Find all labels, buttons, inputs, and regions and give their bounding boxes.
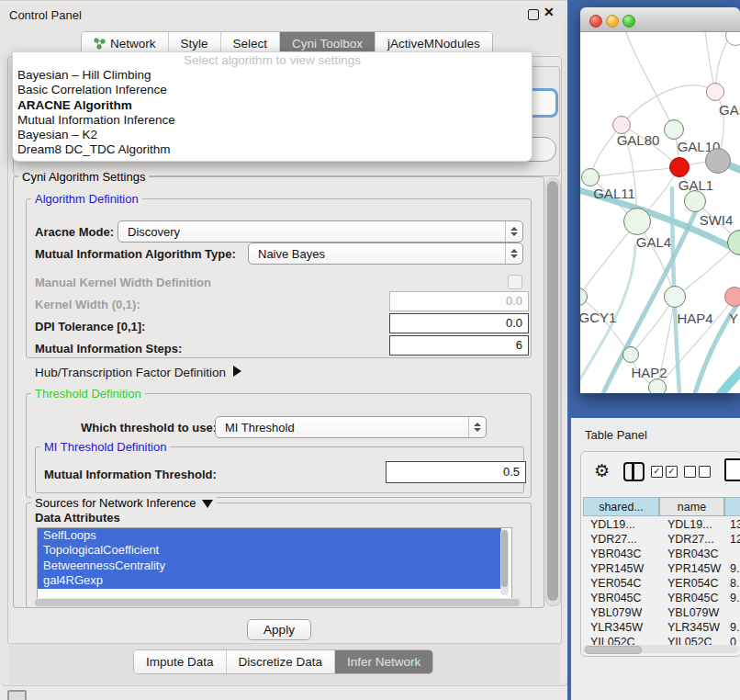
algorithm-option-bayesian-k2[interactable]: Bayesian – K2 (13, 128, 532, 142)
table-row-ypr145w[interactable]: YPR145WYPR145W9. (583, 561, 740, 576)
network-node-gal10[interactable] (664, 119, 684, 140)
algorithm-option-aracne-algorithm[interactable]: ARACNE Algorithm (13, 98, 532, 113)
data-attribute-topologicalcoefficient[interactable]: TopologicalCoefficient (38, 543, 501, 558)
mi-threshold-input[interactable]: 0.5 (386, 461, 526, 483)
tab-label: jActiveMNodules (387, 37, 480, 51)
network-node-hap2[interactable] (622, 346, 639, 363)
mi-threshold-label: Mutual Information Threshold: (44, 468, 217, 481)
aracne-mode-label: Aracne Mode: (35, 225, 114, 239)
cell-c2: YBR045C (667, 591, 719, 605)
node-label-hap4: HAP4 (677, 310, 712, 326)
node-label-gal11: GAL11 (593, 186, 635, 201)
network-node-gal4[interactable] (623, 208, 651, 235)
table-row-ydr27[interactable]: YDR27...YDR27...12 (583, 532, 740, 547)
split-view-icon[interactable] (623, 462, 645, 481)
file-icon[interactable] (724, 458, 740, 481)
table-row-ybr045c[interactable]: YBR045CYBR045C9. (583, 591, 740, 605)
network-canvas[interactable]: GALGAL80GAL10GAL1SWI4GAL11GAL4GCY1HAP4YH… (580, 32, 740, 393)
network-node-gcy1[interactable] (580, 288, 588, 306)
mi-steps-input[interactable]: 6 (389, 335, 529, 356)
float-window-icon[interactable] (528, 9, 539, 20)
checked-column-icon[interactable]: ✓ (651, 466, 663, 478)
cell-c1: YBL079W (590, 605, 642, 620)
stepper-arrows-icon (505, 243, 522, 264)
cell-c2: YBL079W (667, 605, 719, 620)
minimize-traffic-light-icon[interactable] (606, 15, 619, 28)
network-view-window: GALGAL80GAL10GAL1SWI4GAL11GAL4GCY1HAP4YH… (580, 7, 740, 393)
network-node-gal1[interactable] (669, 157, 690, 177)
mi-algorithm-type-select[interactable]: Naive Bayes (248, 243, 523, 265)
stepper-arrows-icon (505, 221, 522, 242)
algorithm-option-bayesian-hill-climbing[interactable]: Bayesian – Hill Climbing (13, 68, 532, 83)
dpi-tolerance-input[interactable]: 0.0 (389, 313, 529, 333)
cell-c2: YDR27... (667, 532, 714, 547)
aracne-mode-select[interactable]: Discovery (118, 220, 523, 243)
tab-label: Select (233, 37, 268, 51)
checked-column-icon[interactable]: ✓ (666, 466, 678, 478)
node-table: ⚙ ✓ ✓ shared... name YDL19...YDL19...13Y… (580, 451, 740, 657)
network-node[interactable] (727, 230, 740, 255)
network-node-gal11[interactable] (581, 168, 600, 186)
which-threshold-select[interactable]: MI Threshold (215, 416, 487, 438)
table-row-ydl19[interactable]: YDL19...YDL19...13 (583, 517, 740, 532)
gear-icon[interactable]: ⚙ (594, 460, 610, 481)
kernel-width-input[interactable]: 0.0 (389, 291, 529, 311)
tab-impute-data[interactable]: Impute Data (134, 650, 227, 673)
cell-c2: YDL19... (667, 517, 712, 532)
restore-panel-button[interactable] (7, 690, 27, 700)
sources-toggle[interactable]: Sources for Network Inference (31, 496, 217, 510)
sources-hscrollbar-thumb[interactable] (35, 599, 520, 606)
unchecked-column-icon[interactable] (684, 466, 696, 478)
tab-label: Impute Data (146, 655, 214, 669)
hub-definition-toggle[interactable]: Hub/Transcription Factor Definition (35, 364, 241, 380)
data-attribute-betweennesscentrality[interactable]: BetweennessCentrality (38, 559, 501, 573)
network-node-hap4[interactable] (664, 286, 686, 308)
settings-scrollbar-thumb[interactable] (547, 181, 558, 601)
table-row-yil052c[interactable]: YIL052CYIL052C0 (583, 635, 740, 645)
attributes-scrollbar-thumb[interactable] (501, 530, 508, 587)
close-traffic-light-icon[interactable] (589, 15, 602, 28)
node-label-hap2: HAP2 (631, 365, 667, 380)
tab-infer-network[interactable]: Infer Network (335, 650, 432, 673)
network-node[interactable] (725, 32, 740, 46)
zoom-traffic-light-icon[interactable] (622, 15, 635, 28)
table-row-ylr345w[interactable]: YLR345WYLR345W9. (583, 620, 740, 635)
network-node-gal[interactable] (706, 83, 724, 101)
table-row-ybl079w[interactable]: YBL079WYBL079W (583, 605, 740, 620)
network-icon (94, 38, 106, 50)
data-attributes-list[interactable]: SelfLoopsTopologicalCoefficientBetweenne… (37, 527, 512, 599)
tab-discretize-data[interactable]: Discretize Data (227, 650, 336, 673)
cell-c3: 9. (730, 620, 739, 635)
cell-c2: YIL052C (667, 635, 712, 645)
column-header-shared-name[interactable]: shared... (583, 497, 659, 516)
tab-label: Network (110, 37, 156, 51)
which-threshold-label: Which threshold to use: (81, 421, 217, 435)
manual-kernel-width-checkbox[interactable] (508, 275, 522, 289)
table-row-ybr043c[interactable]: YBR043CYBR043C (583, 547, 740, 561)
node-label-gal80: GAL80 (617, 132, 660, 148)
expand-right-icon (233, 366, 241, 377)
network-node[interactable] (705, 148, 731, 174)
table-panel-title: Table Panel (585, 428, 647, 442)
table-row-yer054c[interactable]: YER054CYER054C8. (583, 576, 740, 591)
unchecked-column-icon[interactable] (699, 466, 711, 478)
tab-label: Cyni Toolbox (292, 37, 363, 51)
settings-group-title: Cyni Algorithm Settings (18, 170, 149, 184)
cell-c3: 9. (730, 591, 739, 605)
column-header-clipped[interactable] (724, 497, 740, 516)
network-node-y[interactable] (724, 287, 740, 307)
algorithm-option-basic-correlation-inference[interactable]: Basic Correlation Inference (13, 83, 532, 97)
data-attribute-gal4rgexp[interactable]: gal4RGexp (38, 573, 501, 588)
cell-c3: 8. (730, 576, 739, 591)
network-node-swi4[interactable] (684, 190, 706, 212)
algorithm-option-dream8-dc-tdc-algorithm[interactable]: Dream8 DC_TDC Algorithm (13, 142, 532, 157)
network-window-titlebar[interactable] (580, 7, 740, 32)
apply-button[interactable]: Apply (247, 619, 311, 640)
algorithm-option-mutual-information-inference[interactable]: Mutual Information Inference (13, 113, 532, 128)
stepper-arrows-icon (468, 417, 486, 437)
network-node[interactable] (648, 378, 667, 393)
table-hscrollbar-thumb[interactable] (585, 646, 642, 654)
data-attribute-selfloops[interactable]: SelfLoops (38, 528, 501, 543)
column-header-name[interactable]: name (659, 497, 724, 516)
close-window-icon[interactable]: ✕ (544, 5, 555, 19)
